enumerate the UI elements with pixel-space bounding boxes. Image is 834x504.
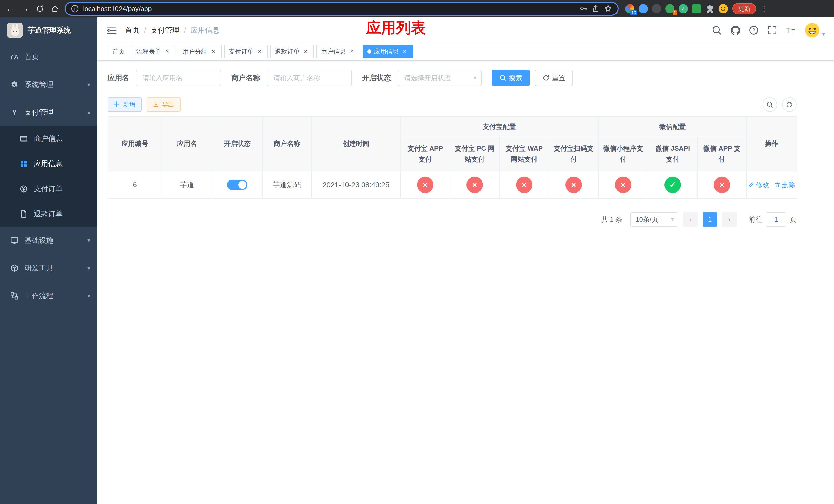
extensions-puzzle-icon[interactable] [705, 4, 715, 13]
chevron-down-icon: ▾ [87, 293, 90, 299]
sidebar-item-label: 退款订单 [34, 209, 63, 219]
extension-colorwheel-icon[interactable]: 10 [625, 4, 635, 13]
pay-order-icon [20, 185, 28, 193]
sidebar-item-home[interactable]: 首页 [0, 43, 97, 71]
chevron-down-icon: ▾ [87, 265, 90, 272]
vue-devtools-icon[interactable]: ✓ [679, 4, 688, 13]
col-alipay-pc: 支付宝 PC 网站支付 [450, 137, 499, 171]
extension-badge: 10 [630, 10, 637, 15]
total-count: 共 1 条 [601, 215, 622, 224]
site-info-icon[interactable] [71, 5, 79, 13]
close-icon[interactable]: × [401, 48, 408, 55]
extension-dark-icon[interactable] [652, 4, 661, 13]
user-avatar[interactable]: ▾ [804, 22, 825, 38]
close-icon[interactable]: × [302, 48, 309, 55]
search-button[interactable]: 搜索 [492, 70, 530, 86]
refresh-table-button[interactable] [782, 97, 796, 112]
help-icon[interactable]: ? [749, 25, 759, 35]
sidebar-item-infrastructure[interactable]: 基础设施 ▾ [0, 227, 97, 254]
status-toggle[interactable] [227, 180, 247, 190]
app-name-input[interactable] [136, 70, 221, 86]
tab-app-info-active[interactable]: 应用信息 × [363, 45, 413, 58]
goto-page-input[interactable] [766, 212, 786, 227]
github-icon[interactable] [730, 25, 740, 35]
sidebar-item-label: 支付管理 [25, 108, 53, 117]
breadcrumb-home[interactable]: 首页 [125, 25, 139, 35]
extension-green-icon[interactable]: 1 [665, 4, 675, 13]
sidebar-item-label: 支付订单 [34, 184, 63, 194]
sidebar-item-label: 商户信息 [34, 134, 63, 143]
browser-update-button[interactable]: 更新 [732, 3, 756, 14]
extension-droplet-icon[interactable] [639, 4, 648, 13]
close-icon[interactable]: × [163, 48, 171, 55]
tab-label: 支付订单 [229, 47, 254, 55]
tab-refund-orders[interactable]: 退款订单 × [270, 45, 314, 58]
col-alipay-wap: 支付宝 WAP 网站支付 [499, 137, 549, 171]
close-icon[interactable]: × [348, 48, 355, 55]
sidebar-item-label: 首页 [25, 52, 39, 62]
font-size-icon[interactable]: TT [786, 25, 795, 35]
sidebar-logo[interactable]: 芋道管理系统 [0, 18, 97, 43]
browser-menu-icon[interactable]: ⋮ [761, 5, 766, 13]
col-app-name: 应用名 [162, 117, 212, 171]
sidebar-item-payment[interactable]: ¥ 支付管理 ▴ [0, 98, 97, 126]
tab-pay-orders[interactable]: 支付订单 × [224, 45, 268, 58]
search-icon[interactable] [712, 25, 722, 35]
close-icon[interactable]: × [256, 48, 263, 55]
sidebar-item-pay-orders[interactable]: 支付订单 [0, 176, 97, 202]
sidebar-item-label: 工作流程 [25, 291, 53, 301]
col-app-id: 应用编号 [108, 117, 162, 171]
logo-avatar [7, 23, 23, 38]
tab-process-form[interactable]: 流程表单 × [132, 45, 175, 58]
download-icon [153, 101, 159, 108]
col-wechat-app: 微信 APP 支付 [697, 137, 747, 171]
sidebar-item-system[interactable]: 系统管理 ▾ [0, 71, 97, 98]
sidebar-toggle-icon[interactable] [107, 26, 117, 35]
fullscreen-icon[interactable] [767, 25, 777, 35]
page-1-button[interactable]: 1 [703, 212, 717, 227]
cell-app-id: 6 [108, 171, 162, 199]
delete-link[interactable]: 删除 [774, 181, 795, 189]
tab-user-group[interactable]: 用户分组 × [178, 45, 222, 58]
sidebar-item-label: 系统管理 [25, 80, 53, 90]
extension-face-icon[interactable] [719, 4, 728, 13]
merchant-name-input[interactable] [267, 70, 352, 86]
cell-status [212, 171, 262, 199]
tab-home[interactable]: 首页 [108, 45, 129, 58]
sidebar-item-dev-tools[interactable]: 研发工具 ▾ [0, 254, 97, 282]
status-select[interactable]: 请选择开启状态 ▾ [397, 70, 482, 86]
col-actions: 操作 [747, 117, 797, 171]
export-button[interactable]: 导出 [147, 97, 180, 112]
add-button[interactable]: 新增 [108, 97, 141, 112]
reload-button[interactable] [35, 4, 45, 14]
next-page-button[interactable]: › [722, 212, 737, 227]
breadcrumb-payment[interactable]: 支付管理 [151, 25, 179, 35]
breadcrumb: 首页 / 支付管理 / 应用信息 [125, 25, 220, 35]
password-key-icon[interactable] [579, 5, 588, 13]
app-title: 芋道管理系统 [28, 25, 71, 35]
svg-text:?: ? [752, 27, 755, 33]
table-row: 6 芋道 芋道源码 2021-10-23 08:49:25 × × × × × [108, 171, 797, 199]
url-text[interactable]: localhost:1024/pay/app [83, 5, 575, 13]
toggle-search-button[interactable] [763, 97, 777, 112]
page-size-select[interactable]: 10条/页 ▾ [630, 212, 678, 227]
close-icon[interactable]: × [210, 48, 217, 55]
sidebar-item-workflow[interactable]: 工作流程 ▾ [0, 282, 97, 310]
table-toolbar: 新增 导出 [108, 97, 796, 112]
bookmark-star-icon[interactable] [604, 5, 612, 13]
sidebar-item-refund-orders[interactable]: 退款订单 [0, 202, 97, 227]
sidebar-item-app-info[interactable]: 应用信息 [0, 151, 97, 176]
sidebar-item-merchant-info[interactable]: 商户信息 [0, 126, 97, 151]
reset-button[interactable]: 重置 [535, 70, 573, 86]
tab-merchant-info[interactable]: 商户信息 × [316, 45, 360, 58]
extension-green-square-icon[interactable] [692, 4, 701, 13]
address-bar[interactable]: localhost:1024/pay/app [65, 2, 619, 16]
edit-link[interactable]: 修改 [748, 181, 769, 189]
back-button[interactable]: ← [5, 4, 15, 14]
share-icon[interactable] [592, 5, 600, 13]
prev-page-button[interactable]: ‹ [683, 212, 698, 227]
svg-text:T: T [786, 26, 790, 35]
forward-button[interactable]: → [20, 4, 30, 14]
group-wechat-config: 微信配置 [598, 117, 747, 137]
home-button[interactable] [50, 4, 60, 14]
